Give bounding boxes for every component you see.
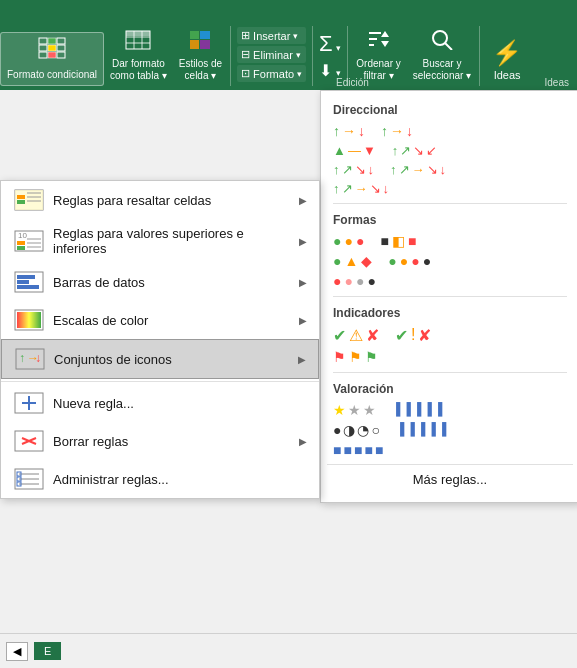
estilos-icon — [189, 28, 211, 56]
conjuntos-icon: ↑ → ↓ — [14, 347, 46, 371]
svg-rect-2 — [39, 52, 47, 58]
svg-rect-1 — [39, 45, 47, 51]
valoracion-row1-right[interactable]: ▐ ▐ ▐ ▐ ▐ — [392, 402, 443, 418]
sheet-name: E — [44, 645, 51, 657]
conjuntos-arrow: ▶ — [298, 354, 306, 365]
indicadores-row1-right[interactable]: ✔ ! ✘ — [395, 326, 431, 345]
valoracion-row2-left[interactable]: ● ◑ ◔ ○ — [333, 422, 380, 438]
svg-rect-17 — [190, 40, 199, 49]
dir-row3-left[interactable]: ↑ ↗ ↘ ↓ — [333, 162, 374, 177]
indicadores-row2[interactable]: ⚑ ⚑ ⚑ — [327, 347, 573, 367]
menu-item-administrar[interactable]: Administrar reglas... — [1, 460, 319, 498]
ideas-icon: ⚡ — [492, 39, 522, 67]
buscar-label: Buscar yseleccionar ▾ — [413, 58, 471, 82]
svg-rect-0 — [39, 38, 47, 44]
sheet-tab[interactable]: E — [34, 642, 61, 660]
svg-rect-3 — [48, 38, 56, 44]
dar-formato-tabla-button[interactable]: Dar formatocomo tabla ▾ — [104, 24, 173, 86]
svg-rect-18 — [200, 40, 210, 49]
menu-item-borrar[interactable]: Borrar reglas ▶ — [1, 422, 319, 460]
menu-item-conjuntos[interactable]: ↑ → ↓ Conjuntos de iconos ▶ — [1, 339, 319, 379]
sep-direccional — [333, 203, 567, 204]
nueva-icon — [13, 391, 45, 415]
menu-item-escalas[interactable]: Escalas de color ▶ — [1, 301, 319, 339]
dir-row2-left[interactable]: ▲ — ▼ — [333, 143, 376, 158]
menu-item-superiores[interactable]: 10 Reglas para valores superiores e infe… — [1, 219, 319, 263]
formato-condicional-label: Formato condicional — [7, 69, 97, 81]
dir-row1-right[interactable]: ↑ → ↓ — [381, 123, 413, 139]
formas-row2-right[interactable]: ● ● ● ● — [388, 253, 431, 269]
rellenar-icon: ⬇ — [319, 62, 332, 79]
tabla-icon — [125, 28, 151, 56]
administrar-label: Administrar reglas... — [53, 472, 307, 487]
valoracion-row2-right[interactable]: ▐ ▐ ▐ ▐ ▐ — [396, 422, 447, 438]
svg-rect-4 — [48, 45, 56, 51]
svg-rect-5 — [48, 52, 56, 58]
svg-rect-8 — [57, 52, 65, 58]
arrow-up-green: ↑ — [333, 123, 340, 139]
dar-formato-tabla-label: Dar formatocomo tabla ▾ — [110, 58, 167, 82]
arrow-right-orange: → — [342, 123, 356, 139]
conjuntos-label: Conjuntos de iconos — [54, 352, 298, 367]
dir-row1-left[interactable]: ↑ → ↓ — [333, 123, 365, 139]
dir-row3-right[interactable]: ↑ ↗ → ↘ ↓ — [390, 162, 446, 177]
mas-reglas-label: Más reglas... — [413, 472, 487, 487]
menu-item-nueva[interactable]: Nueva regla... — [1, 384, 319, 422]
formas-row1-left[interactable]: ● ● ● — [333, 233, 364, 249]
icon-sets-submenu: Direccional ↑ → ↓ ↑ → ↓ ▲ — ▼ ↑ ↗ — [320, 90, 577, 503]
sigma-button[interactable]: Σ ▾ — [319, 31, 341, 57]
buscar-button[interactable]: Buscar yseleccionar ▾ — [407, 24, 477, 86]
svg-text:10: 10 — [18, 231, 27, 240]
dir-row2-right[interactable]: ↑ ↗ ↘ ↙ — [392, 143, 438, 158]
svg-rect-15 — [190, 31, 199, 39]
formato-condicional-button[interactable]: Formato condicional — [0, 32, 104, 86]
valoracion-row1-left[interactable]: ★ ★ ★ — [333, 402, 376, 418]
buscar-icon — [430, 28, 454, 56]
resaltar-icon — [13, 188, 45, 212]
formas-row2-left[interactable]: ● ▲ ◆ — [333, 253, 372, 269]
svg-rect-45 — [17, 312, 41, 328]
estilos-celda-label: Estilos decelda ▾ — [179, 58, 222, 82]
valoracion-row3[interactable]: ■ ■ ■ ■ ■ — [327, 440, 573, 460]
ideas-button[interactable]: ⚡ Ideas — [482, 35, 532, 86]
svg-rect-16 — [200, 31, 210, 39]
direccional-title: Direccional — [327, 99, 573, 121]
barras-arrow: ▶ — [299, 277, 307, 288]
svg-rect-41 — [17, 275, 35, 279]
menu-item-resaltar[interactable]: Reglas para resaltar celdas ▶ — [1, 181, 319, 219]
formas-row1-right[interactable]: ■ ◧ ■ — [380, 233, 416, 249]
menu-item-barras[interactable]: Barras de datos ▶ — [1, 263, 319, 301]
formato-condicional-menu: Reglas para resaltar celdas ▶ 10 Reglas … — [0, 180, 320, 499]
indicadores-row1-left[interactable]: ✔ ⚠ ✘ — [333, 326, 379, 345]
menu-sep-1 — [1, 381, 319, 382]
svg-rect-28 — [17, 195, 25, 199]
formato-label: Formato — [253, 68, 294, 80]
borrar-label: Borrar reglas — [53, 434, 299, 449]
ideas-section-label: Ideas — [545, 77, 569, 88]
escalas-label: Escalas de color — [53, 313, 299, 328]
estilos-celda-button[interactable]: Estilos decelda ▾ — [173, 24, 228, 86]
barras-icon — [13, 270, 45, 294]
insertar-button[interactable]: ⊞ Insertar ▾ — [237, 27, 306, 44]
sigma-icon: Σ — [319, 31, 333, 56]
svg-rect-36 — [17, 246, 25, 250]
svg-rect-29 — [17, 200, 25, 204]
superiores-label: Reglas para valores superiores e inferio… — [53, 226, 299, 256]
superiores-icon: 10 — [13, 229, 45, 253]
formato-button[interactable]: ⊡ Formato ▾ — [237, 65, 306, 82]
dir-row4-left[interactable]: ↑ ↗ → ↘ ↓ — [333, 181, 389, 196]
svg-point-24 — [433, 31, 447, 45]
formas-row3[interactable]: ● ● ● ● — [327, 271, 573, 291]
arrow-down-red: ↓ — [358, 123, 365, 139]
svg-rect-7 — [57, 45, 65, 51]
borrar-icon — [13, 429, 45, 453]
superiores-arrow: ▶ — [299, 236, 307, 247]
mas-reglas-button[interactable]: Más reglas... — [327, 464, 573, 494]
scroll-left-button[interactable]: ◀ — [6, 642, 28, 661]
formas-title: Formas — [327, 209, 573, 231]
formato-condicional-icon — [38, 37, 66, 67]
sep-indicadores — [333, 372, 567, 373]
formato-icon: ⊡ — [241, 67, 250, 80]
eliminar-button[interactable]: ⊟ Eliminar ▾ — [237, 46, 306, 63]
resaltar-label: Reglas para resaltar celdas — [53, 193, 299, 208]
